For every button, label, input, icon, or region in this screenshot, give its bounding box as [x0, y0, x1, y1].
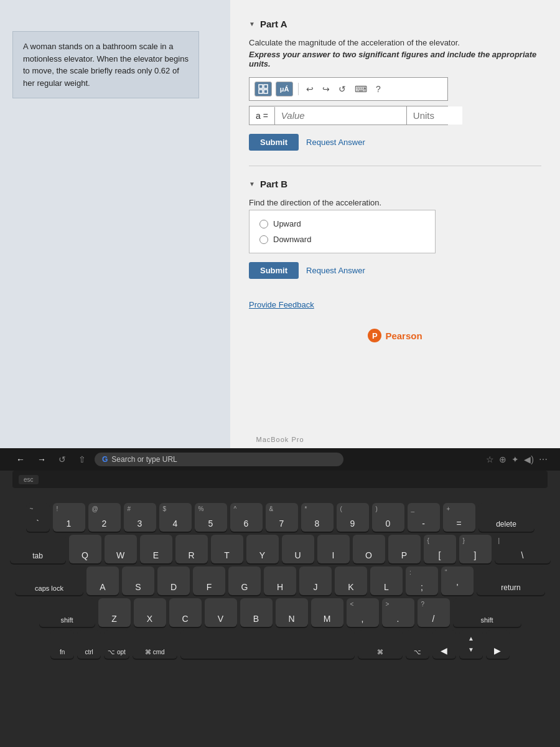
- key-p[interactable]: P: [388, 535, 421, 563]
- key-f[interactable]: F: [193, 566, 225, 595]
- key-m[interactable]: M: [311, 598, 343, 627]
- key-arrow-up[interactable]: ▲: [468, 632, 474, 644]
- key-space[interactable]: [180, 630, 355, 659]
- undo-icon[interactable]: ↩: [304, 83, 316, 95]
- touch-bar-esc[interactable]: esc: [19, 475, 39, 484]
- key-rbracket[interactable]: }]: [459, 535, 492, 563]
- key-tab[interactable]: tab: [10, 535, 66, 563]
- nav-forward[interactable]: →: [34, 453, 50, 466]
- key-arrow-left[interactable]: ◀: [432, 630, 456, 659]
- plus-icon[interactable]: ⊕: [499, 454, 506, 464]
- key-shift-right[interactable]: shift: [453, 598, 521, 627]
- key-cmd-right[interactable]: ⌘: [358, 630, 403, 659]
- key-1[interactable]: !1: [53, 503, 85, 532]
- answer-value-field[interactable]: [275, 106, 406, 125]
- key-period[interactable]: >.: [382, 598, 414, 627]
- key-q[interactable]: Q: [69, 535, 101, 563]
- part-a-title: Part A: [260, 19, 287, 29]
- direction-radio-group: Upward Downward: [249, 210, 436, 253]
- key-e[interactable]: E: [140, 535, 172, 563]
- star-icon[interactable]: ☆: [486, 454, 494, 464]
- answer-units-field[interactable]: [406, 106, 462, 125]
- volume-icon[interactable]: ◀): [524, 454, 534, 464]
- key-ctrl[interactable]: ctrl: [77, 630, 101, 659]
- key-tilde[interactable]: ~`: [26, 503, 50, 532]
- key-6[interactable]: ^6: [230, 503, 263, 532]
- key-equals[interactable]: +=: [443, 503, 475, 532]
- url-placeholder: Search or type URL: [111, 455, 177, 464]
- key-3[interactable]: #3: [124, 503, 156, 532]
- key-8[interactable]: *8: [301, 503, 334, 532]
- key-semicolon[interactable]: :;: [406, 566, 438, 595]
- radio-downward[interactable]: Downward: [259, 235, 425, 244]
- key-b[interactable]: B: [240, 598, 273, 627]
- help-icon[interactable]: ?: [373, 83, 383, 95]
- key-t[interactable]: T: [211, 535, 243, 563]
- key-7[interactable]: &7: [266, 503, 298, 532]
- key-j[interactable]: J: [299, 566, 332, 595]
- key-x[interactable]: X: [134, 598, 166, 627]
- more-icon[interactable]: ⋯: [539, 454, 548, 464]
- key-arrow-right[interactable]: ▶: [486, 630, 510, 659]
- key-comma[interactable]: <,: [347, 598, 379, 627]
- key-k[interactable]: K: [335, 566, 367, 595]
- key-i[interactable]: I: [317, 535, 350, 563]
- key-cmd-left[interactable]: ⌘ cmd: [133, 630, 177, 659]
- settings-icon[interactable]: ✦: [511, 454, 519, 464]
- matrix-button[interactable]: [254, 82, 272, 96]
- nav-back[interactable]: ←: [12, 453, 29, 466]
- key-4[interactable]: $4: [159, 503, 192, 532]
- key-slash[interactable]: ?/: [418, 598, 450, 627]
- key-9[interactable]: (9: [337, 503, 369, 532]
- key-w[interactable]: W: [105, 535, 137, 563]
- part-b-title: Part B: [260, 179, 287, 189]
- key-o[interactable]: O: [353, 535, 385, 563]
- redo-icon[interactable]: ↪: [320, 83, 332, 95]
- nav-reload[interactable]: ↺: [55, 453, 70, 466]
- url-input-wrapper[interactable]: G Search or type URL: [95, 453, 343, 466]
- keyboard-icon[interactable]: ⌨: [352, 83, 370, 95]
- key-delete[interactable]: delete: [478, 503, 534, 532]
- key-s[interactable]: S: [122, 566, 154, 595]
- key-h[interactable]: H: [264, 566, 296, 595]
- key-g[interactable]: G: [228, 566, 261, 595]
- keyboard-row-4: shift Z X C V B N M <, >. ?/ shift: [12, 598, 548, 627]
- nav-home[interactable]: ⇧: [75, 453, 90, 466]
- key-v[interactable]: V: [205, 598, 237, 627]
- part-a-request-answer[interactable]: Request Answer: [306, 138, 365, 147]
- key-u[interactable]: U: [282, 535, 314, 563]
- part-a-section: ▼ Part A Calculate the magnitude of the …: [249, 19, 541, 151]
- key-shift-left[interactable]: shift: [39, 598, 95, 627]
- key-caps[interactable]: caps lock: [15, 566, 83, 595]
- url-action-icons: ☆ ⊕ ✦ ◀) ⋯: [486, 454, 548, 464]
- key-n[interactable]: N: [276, 598, 308, 627]
- key-lbracket[interactable]: {[: [424, 535, 456, 563]
- key-d[interactable]: D: [157, 566, 190, 595]
- radio-upward[interactable]: Upward: [259, 219, 425, 228]
- key-arrow-down[interactable]: ▼: [468, 644, 474, 656]
- mu-button[interactable]: μÁ: [276, 82, 293, 96]
- feedback-link[interactable]: Provide Feedback: [249, 300, 314, 309]
- key-return[interactable]: return: [477, 566, 545, 595]
- key-l[interactable]: L: [370, 566, 403, 595]
- part-b-request-answer[interactable]: Request Answer: [306, 266, 365, 275]
- key-z[interactable]: Z: [98, 598, 131, 627]
- part-a-submit-button[interactable]: Submit: [249, 134, 299, 151]
- key-backslash[interactable]: |\: [495, 535, 551, 563]
- refresh-icon[interactable]: ↺: [336, 83, 348, 95]
- key-option-right[interactable]: ⌥: [406, 630, 429, 659]
- keyboard-row-1: ~` !1 @2 #3 $4 %5 ^6 &7: [12, 503, 548, 532]
- key-y[interactable]: Y: [246, 535, 279, 563]
- key-minus[interactable]: _-: [408, 503, 440, 532]
- answer-label: a =: [250, 107, 275, 125]
- key-r[interactable]: R: [175, 535, 208, 563]
- key-quote[interactable]: "': [441, 566, 474, 595]
- part-b-submit-button[interactable]: Submit: [249, 262, 299, 279]
- key-fn[interactable]: fn: [50, 630, 74, 659]
- key-0[interactable]: )0: [372, 503, 404, 532]
- key-2[interactable]: @2: [88, 503, 121, 532]
- key-option-left[interactable]: ⌥ opt: [104, 630, 129, 659]
- key-c[interactable]: C: [169, 598, 202, 627]
- key-5[interactable]: %5: [195, 503, 227, 532]
- key-a[interactable]: A: [86, 566, 119, 595]
